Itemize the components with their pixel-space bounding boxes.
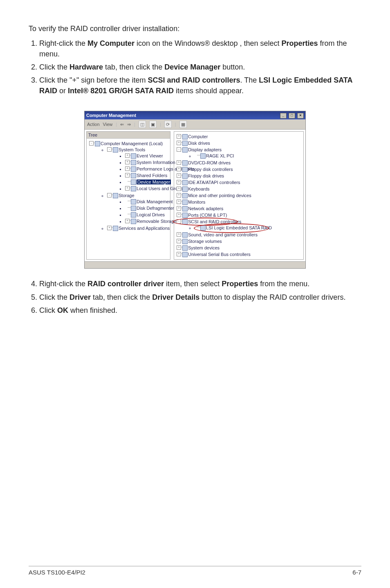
tree-item[interactable]: +System devices xyxy=(177,245,303,251)
toolbar-separator: | xyxy=(175,122,176,127)
tree-item-scsi-raid[interactable]: -SCSI and RAID controllers LSI Logic Emb… xyxy=(177,218,303,231)
expander-icon[interactable]: + xyxy=(177,167,181,171)
expander-icon[interactable]: + xyxy=(177,252,181,256)
perf-icon xyxy=(131,166,136,172)
expander-icon[interactable]: + xyxy=(177,206,181,211)
text: Click xyxy=(39,306,57,314)
menu-action[interactable]: Action xyxy=(87,122,100,127)
tree-label: Computer Management (Local) xyxy=(101,141,163,146)
tree-item[interactable]: Disk Management xyxy=(125,198,169,205)
screenshot-container: Computer Management _ □ × Action View | … xyxy=(29,111,361,269)
expander-icon[interactable]: + xyxy=(107,226,112,230)
expander-icon[interactable]: + xyxy=(177,239,181,243)
bold-text: Hardware xyxy=(69,63,103,71)
folder-icon xyxy=(131,173,136,178)
tree-item[interactable]: +Shared Folders xyxy=(125,172,169,179)
text: button. xyxy=(220,63,245,71)
tree-header: Tree xyxy=(87,132,170,139)
tree-item[interactable]: +IDE ATA/ATAPI controllers xyxy=(177,179,303,186)
expander-icon[interactable]: + xyxy=(177,141,181,145)
tree-label: Removable Storage xyxy=(137,219,176,224)
tree-label: Shared Folders xyxy=(137,173,167,178)
tree-item[interactable]: +Monitors xyxy=(177,199,303,205)
expander-icon[interactable]: + xyxy=(125,173,130,177)
tree-item[interactable]: +Local Users and Groups xyxy=(125,185,169,192)
tree-item[interactable]: +Computer xyxy=(177,133,303,140)
tree-item[interactable]: +Network adapters xyxy=(177,205,303,212)
expander-icon[interactable]: + xyxy=(177,232,181,237)
expander-icon[interactable]: + xyxy=(125,160,130,164)
close-button[interactable]: × xyxy=(297,113,304,119)
expander-icon[interactable]: + xyxy=(177,180,181,184)
expander-icon[interactable]: + xyxy=(125,153,130,158)
tree-item[interactable]: -Storage Disk Management Disk Defragment… xyxy=(107,192,169,225)
tree-item[interactable]: -System Tools +Event Viewer +System Info… xyxy=(107,146,169,192)
bold-text: Device Manager xyxy=(164,63,220,71)
tree-item-lsi-raid[interactable]: LSI Logic Embedded SATA RAID xyxy=(195,224,303,231)
disk-icon xyxy=(182,141,188,146)
tree-item[interactable]: +System Information xyxy=(125,159,169,166)
tree-item[interactable]: +Floppy disk drives xyxy=(177,173,303,179)
maximize-button[interactable]: □ xyxy=(289,113,295,119)
toolbar-icon[interactable]: ▣ xyxy=(149,121,157,128)
toolbar-icon[interactable]: ◫ xyxy=(139,121,146,128)
expander-icon[interactable]: + xyxy=(177,134,181,139)
tree-label: Computer xyxy=(188,134,208,139)
toolbar-separator: | xyxy=(116,122,117,127)
expander-icon[interactable]: - xyxy=(107,193,112,197)
tree-item[interactable]: +Performance Logs and Alerts xyxy=(125,166,169,172)
ide-icon xyxy=(182,180,188,185)
expander-icon[interactable]: + xyxy=(177,193,181,197)
tree-item[interactable]: +Sound, video and game controllers xyxy=(177,231,303,238)
back-icon[interactable]: ⇐ xyxy=(120,122,124,127)
bold-text: Driver xyxy=(69,293,91,301)
tree-item-device-manager[interactable]: Device Manager xyxy=(125,179,169,185)
defrag-icon xyxy=(131,206,136,211)
expander-icon[interactable]: + xyxy=(177,186,181,191)
tree-item[interactable]: +Services and Applications xyxy=(107,225,169,231)
tree-item[interactable]: -Display adapters RAGE XL PCI xyxy=(177,146,303,159)
tree-label: Disk Management xyxy=(137,199,173,204)
tree-label: Logical Drives xyxy=(137,212,165,217)
mouse-icon xyxy=(182,193,188,198)
expander-icon[interactable]: + xyxy=(177,245,181,250)
expander-icon[interactable]: + xyxy=(177,160,181,165)
expander-icon[interactable]: + xyxy=(177,173,181,178)
text: item, then select xyxy=(164,280,222,288)
minimize-button[interactable]: _ xyxy=(280,113,287,119)
expander-icon[interactable]: - xyxy=(107,147,112,152)
refresh-icon[interactable]: ⟳ xyxy=(164,121,172,128)
tree-item[interactable]: +Removable Storage xyxy=(125,218,169,224)
expander-icon[interactable]: + xyxy=(177,213,181,217)
text: items should appear. xyxy=(174,87,244,95)
text: when finished. xyxy=(68,306,117,314)
expander-icon[interactable]: - xyxy=(89,141,94,146)
tree-item[interactable]: +Event Viewer xyxy=(125,153,169,159)
menu-view[interactable]: View xyxy=(103,122,113,127)
tree-item[interactable]: Logical Drives xyxy=(125,211,169,218)
tree-root[interactable]: - Computer Management (Local) -System To… xyxy=(89,140,169,232)
tree-item[interactable]: +Mice and other pointing devices xyxy=(177,192,303,199)
adapter-icon xyxy=(200,153,206,159)
sound-icon xyxy=(182,232,188,238)
expander-icon[interactable]: + xyxy=(125,219,130,223)
bold-text: Driver Details xyxy=(152,293,199,301)
tree-item[interactable]: +Keyboards xyxy=(177,186,303,192)
tree-item[interactable]: +Disk drives xyxy=(177,140,303,146)
expander-icon[interactable]: + xyxy=(125,186,130,191)
expander-icon[interactable]: - xyxy=(177,219,181,224)
expander-icon[interactable]: + xyxy=(125,166,130,171)
tree-label: IDE ATA/ATAPI controllers xyxy=(188,180,240,185)
tree-item[interactable]: +Storage volumes xyxy=(177,238,303,245)
expander-icon[interactable]: - xyxy=(177,147,181,152)
tree-item[interactable]: Disk Defragmenter xyxy=(125,205,169,211)
forward-icon[interactable]: ⇒ xyxy=(127,122,131,127)
tree-item[interactable]: +Ports (COM & LPT) xyxy=(177,212,303,218)
expander-icon[interactable]: + xyxy=(177,200,181,204)
tree-item[interactable]: +Floppy disk controllers xyxy=(177,166,303,173)
tree-item[interactable]: +Universal Serial Bus controllers xyxy=(177,251,303,258)
tree-item[interactable]: RAGE XL PCI xyxy=(195,153,303,159)
tree-item[interactable]: +DVD/CD-ROM drives xyxy=(177,159,303,166)
toolbar-icon[interactable]: ▦ xyxy=(179,121,187,128)
tree-label: DVD/CD-ROM drives xyxy=(188,160,231,165)
